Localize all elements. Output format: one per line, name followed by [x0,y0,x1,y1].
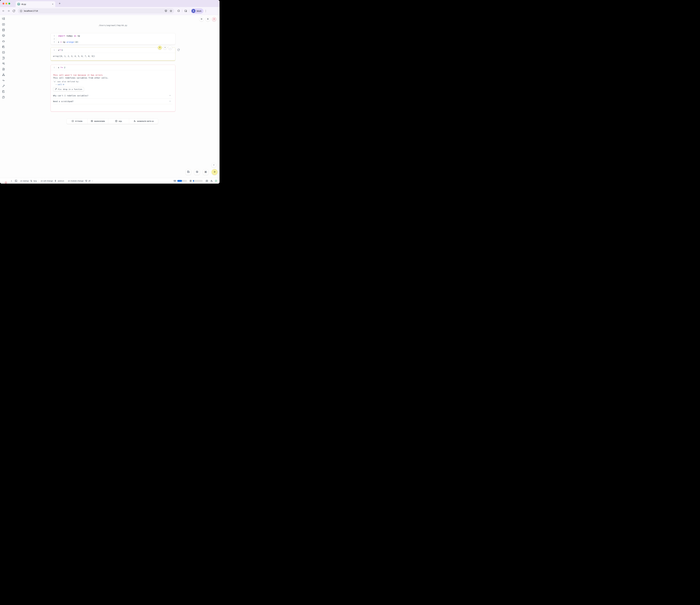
code-editor[interactable]: 1x**2 [51,47,175,52]
status-bar: 1 on startup: lazy on cell change: autor… [0,178,220,184]
terminal-button[interactable] [15,179,17,182]
code-lines[interactable]: import numpy as np x = np.arange(10) [56,34,80,44]
browser-toolbar: localhost:2718 A Work ⋮ [0,7,220,15]
sidebar-item-outline[interactable] [2,56,5,59]
install-app-icon[interactable] [165,9,167,12]
bookmark-star-icon[interactable] [170,9,172,12]
sidebar-item-logs[interactable] [2,62,5,65]
interrupt-kernel-button[interactable] [211,163,216,168]
avatar: A [192,9,196,13]
save-notebook-button[interactable] [185,169,191,175]
address-bar[interactable]: localhost:2718 [18,8,174,14]
layout-icon [196,170,198,174]
url-text[interactable]: localhost:2718 [24,10,165,12]
sidebar-item-scratchpad[interactable] [2,45,5,48]
cpu-usage [189,179,203,182]
sidebar-item-documentation[interactable] [2,68,5,71]
line-number-gutter: 1 [51,49,56,52]
help-icon [2,97,5,99]
code-editor[interactable]: 1x *= 2 [51,65,175,69]
back-icon[interactable] [2,9,5,13]
generate-with-ai-button[interactable]: GENERATE WITH AI [129,119,158,124]
minimap-icon[interactable] [205,179,208,182]
add-sql-label: SQL [119,120,122,122]
run-all-button[interactable] [211,169,218,175]
maximize-window-button[interactable] [8,3,10,4]
shutdown-button[interactable] [212,17,217,22]
code-lines[interactable]: x**2 [56,49,63,52]
profile-label: Work [197,10,201,12]
sidebar-item-datasources[interactable] [2,28,5,31]
stop-cell-button[interactable] [163,46,167,50]
reload-icon[interactable] [12,9,16,13]
generate-ai-label: GENERATE WITH AI [137,120,154,122]
browser-tab[interactable]: m nb.py × [16,1,55,7]
sidebar-item-secrets[interactable] [2,84,5,88]
square-stop-icon [212,164,215,167]
notebook-icon [2,46,5,49]
scroll-icon [2,57,5,60]
sidebar-item-cache[interactable] [2,90,5,93]
code-line[interactable]: x**2 [58,49,63,52]
forward-icon[interactable] [7,9,10,13]
browser-window: m nb.py × + localhost:2718 A Work [0,0,220,184]
module-change-label: on module change: [68,180,84,182]
code-line[interactable]: x = np.arange(10) [58,41,80,44]
code-line[interactable] [58,38,80,41]
sidebar-item-ai-chat[interactable] [2,40,5,43]
database-icon [115,120,118,123]
sidebar-item-snippets[interactable] [2,51,5,54]
cell-reference-link[interactable]: cell-0 [57,83,64,86]
sidebar-item-tracing[interactable] [2,79,5,82]
refresh-cell-icon[interactable] [177,48,180,51]
key-icon [2,86,5,88]
command-palette-button[interactable]: ⌘ [203,169,208,175]
cell-change-mode-button[interactable]: on cell change: autorun [41,180,64,182]
notebook-filepath[interactable]: /Users/aagrawal/tmp/nb.py [51,24,175,26]
tab-close-icon[interactable]: × [52,3,54,5]
bot-icon [2,41,5,43]
fix-wrap-function-button[interactable]: Fix: Wrap in a function [53,87,84,91]
add-python-cell-button[interactable]: PYTHON [67,119,88,124]
sidebar-item-file-explorer[interactable] [2,17,5,20]
layout-button[interactable] [194,169,200,175]
profile-button[interactable]: A Work [191,8,203,14]
accordion-label: Why can't I redefine variables? [53,95,88,97]
cell-menu-button[interactable]: … [168,46,172,50]
new-tab-button[interactable]: + [58,2,61,6]
code-cell-0[interactable]: 123import numpy as np x = np.arange(10) [51,33,175,45]
code-line[interactable]: x *= 2 [58,66,65,69]
close-icon [213,18,215,21]
code-editor[interactable]: 123import numpy as np x = np.arange(10) [51,33,175,44]
module-change-mode-button[interactable]: on module change: off [68,180,93,182]
menu-button[interactable] [199,17,204,22]
error-count-button[interactable]: 1 [2,178,12,184]
ai-sparkles-icon[interactable] [210,179,213,182]
startup-mode-button[interactable]: on startup: lazy [20,180,37,182]
add-markdown-cell-button[interactable]: MARKDOWN [88,119,108,124]
accordion-redefine-variables[interactable]: Why can't I redefine variables? [53,93,173,98]
sidebar-item-variables[interactable] [2,23,5,26]
code-line[interactable]: import numpy as np [58,34,80,38]
fnbox-icon [2,24,5,26]
sidebar-item-packages[interactable] [2,34,5,37]
accordion-need-scratchpad[interactable]: Need a scratchpad? [53,99,173,104]
browser-menu-icon[interactable]: ⋮ [204,9,207,13]
site-info-icon[interactable] [20,10,22,12]
settings-button[interactable] [205,17,210,22]
close-window-button[interactable] [2,3,4,4]
code-cell-1[interactable]: 1x**2 array([0, 1, 2, 3, 4, 5, 6, 7, 8, … [51,47,175,60]
sidebar-item-help[interactable] [2,96,5,99]
sidebar-item-dependencies[interactable] [2,73,5,76]
extensions-icon[interactable] [177,9,180,13]
add-markdown-label: MARKDOWN [94,120,105,122]
panel-sidebar [2,17,5,99]
search-tabs-icon[interactable] [184,9,187,13]
code-lines[interactable]: x *= 2 [56,66,65,69]
add-sql-cell-button[interactable]: SQL [108,119,129,124]
run-cell-button[interactable] [158,46,162,50]
code-cell-2[interactable]: 1x *= 2 This cell wasn't run because it … [51,65,175,112]
activity-icon [2,80,5,82]
ram-icon [173,179,176,182]
minimize-window-button[interactable] [5,3,7,4]
